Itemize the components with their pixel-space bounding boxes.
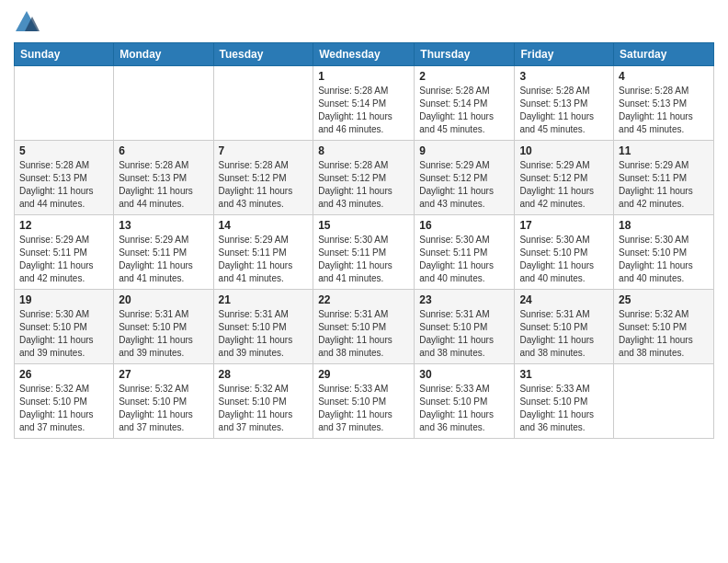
day-info: Sunrise: 5:31 AM Sunset: 5:10 PM Dayligh… [519,308,609,360]
day-number: 2 [419,70,509,83]
day-number: 10 [519,144,609,157]
day-number: 31 [519,368,609,381]
calendar-cell: 7Sunrise: 5:28 AM Sunset: 5:12 PM Daylig… [213,141,313,215]
day-number: 20 [119,293,208,306]
day-number: 7 [219,144,309,157]
day-number: 26 [19,368,108,381]
day-info: Sunrise: 5:29 AM Sunset: 5:12 PM Dayligh… [419,159,509,211]
day-number: 8 [318,144,409,157]
day-number: 6 [119,144,208,157]
calendar-cell: 2Sunrise: 5:28 AM Sunset: 5:14 PM Daylig… [415,66,515,141]
day-info: Sunrise: 5:28 AM Sunset: 5:14 PM Dayligh… [318,85,409,136]
day-header-wednesday: Wednesday [313,43,415,66]
day-number: 25 [619,293,709,306]
calendar-cell: 27Sunrise: 5:32 AM Sunset: 5:10 PM Dayli… [114,364,213,439]
day-info: Sunrise: 5:30 AM Sunset: 5:11 PM Dayligh… [419,234,509,285]
day-header-monday: Monday [114,43,213,66]
calendar-cell [614,364,714,439]
day-number: 11 [619,144,709,157]
day-info: Sunrise: 5:31 AM Sunset: 5:10 PM Dayligh… [318,308,409,360]
calendar-cell: 18Sunrise: 5:30 AM Sunset: 5:10 PM Dayli… [614,215,714,290]
day-number: 24 [519,293,609,306]
calendar-cell: 11Sunrise: 5:29 AM Sunset: 5:11 PM Dayli… [614,141,714,215]
calendar-cell [15,66,114,141]
calendar-cell: 16Sunrise: 5:30 AM Sunset: 5:11 PM Dayli… [415,215,515,290]
day-info: Sunrise: 5:32 AM Sunset: 5:10 PM Dayligh… [219,383,309,434]
day-info: Sunrise: 5:31 AM Sunset: 5:10 PM Dayligh… [119,308,208,360]
day-number: 5 [19,144,108,157]
calendar-cell: 5Sunrise: 5:28 AM Sunset: 5:13 PM Daylig… [15,141,114,215]
day-info: Sunrise: 5:28 AM Sunset: 5:13 PM Dayligh… [519,85,609,136]
day-info: Sunrise: 5:30 AM Sunset: 5:11 PM Dayligh… [318,234,409,285]
day-header-tuesday: Tuesday [213,43,313,66]
calendar-cell: 10Sunrise: 5:29 AM Sunset: 5:12 PM Dayli… [515,141,614,215]
calendar-cell: 23Sunrise: 5:31 AM Sunset: 5:10 PM Dayli… [415,290,515,364]
day-info: Sunrise: 5:32 AM Sunset: 5:10 PM Dayligh… [119,383,208,434]
calendar-cell: 14Sunrise: 5:29 AM Sunset: 5:11 PM Dayli… [213,215,313,290]
header-row: SundayMondayTuesdayWednesdayThursdayFrid… [15,43,714,66]
day-info: Sunrise: 5:30 AM Sunset: 5:10 PM Dayligh… [619,234,709,285]
logo-icon [14,9,40,35]
day-info: Sunrise: 5:29 AM Sunset: 5:11 PM Dayligh… [619,159,709,211]
day-info: Sunrise: 5:28 AM Sunset: 5:12 PM Dayligh… [219,159,309,211]
calendar-cell: 13Sunrise: 5:29 AM Sunset: 5:11 PM Dayli… [114,215,213,290]
day-number: 30 [419,368,509,381]
day-number: 23 [419,293,509,306]
day-info: Sunrise: 5:30 AM Sunset: 5:10 PM Dayligh… [19,308,108,360]
calendar-cell: 12Sunrise: 5:29 AM Sunset: 5:11 PM Dayli… [15,215,114,290]
day-header-sunday: Sunday [15,43,114,66]
calendar-cell: 19Sunrise: 5:30 AM Sunset: 5:10 PM Dayli… [15,290,114,364]
day-info: Sunrise: 5:31 AM Sunset: 5:10 PM Dayligh… [419,308,509,360]
day-info: Sunrise: 5:30 AM Sunset: 5:10 PM Dayligh… [519,234,609,285]
day-info: Sunrise: 5:32 AM Sunset: 5:10 PM Dayligh… [619,308,709,360]
day-number: 17 [519,219,609,232]
day-info: Sunrise: 5:31 AM Sunset: 5:10 PM Dayligh… [219,308,309,360]
calendar-cell: 21Sunrise: 5:31 AM Sunset: 5:10 PM Dayli… [213,290,313,364]
calendar-cell: 22Sunrise: 5:31 AM Sunset: 5:10 PM Dayli… [313,290,415,364]
calendar-cell: 31Sunrise: 5:33 AM Sunset: 5:10 PM Dayli… [515,364,614,439]
day-header-saturday: Saturday [614,43,714,66]
day-number: 18 [619,219,709,232]
day-number: 15 [318,219,409,232]
day-number: 13 [119,219,208,232]
calendar-cell [114,66,213,141]
day-number: 14 [219,219,309,232]
day-info: Sunrise: 5:28 AM Sunset: 5:14 PM Dayligh… [419,85,509,136]
calendar-page: SundayMondayTuesdayWednesdayThursdayFrid… [0,0,728,563]
calendar-cell: 24Sunrise: 5:31 AM Sunset: 5:10 PM Dayli… [515,290,614,364]
calendar-cell: 3Sunrise: 5:28 AM Sunset: 5:13 PM Daylig… [515,66,614,141]
day-number: 1 [318,70,409,83]
day-info: Sunrise: 5:29 AM Sunset: 5:11 PM Dayligh… [219,234,309,285]
day-number: 12 [19,219,108,232]
day-header-thursday: Thursday [415,43,515,66]
day-info: Sunrise: 5:33 AM Sunset: 5:10 PM Dayligh… [519,383,609,434]
day-number: 4 [619,70,709,83]
day-info: Sunrise: 5:28 AM Sunset: 5:13 PM Dayligh… [119,159,208,211]
week-row-5: 26Sunrise: 5:32 AM Sunset: 5:10 PM Dayli… [15,364,714,439]
day-number: 29 [318,368,409,381]
week-row-1: 1Sunrise: 5:28 AM Sunset: 5:14 PM Daylig… [15,66,714,141]
calendar-cell [213,66,313,141]
day-info: Sunrise: 5:28 AM Sunset: 5:13 PM Dayligh… [19,159,108,211]
day-number: 21 [219,293,309,306]
week-row-3: 12Sunrise: 5:29 AM Sunset: 5:11 PM Dayli… [15,215,714,290]
week-row-2: 5Sunrise: 5:28 AM Sunset: 5:13 PM Daylig… [15,141,714,215]
calendar-cell: 4Sunrise: 5:28 AM Sunset: 5:13 PM Daylig… [614,66,714,141]
day-number: 9 [419,144,509,157]
calendar-cell: 9Sunrise: 5:29 AM Sunset: 5:12 PM Daylig… [415,141,515,215]
calendar-cell: 29Sunrise: 5:33 AM Sunset: 5:10 PM Dayli… [313,364,415,439]
day-number: 3 [519,70,609,83]
day-number: 19 [19,293,108,306]
day-info: Sunrise: 5:33 AM Sunset: 5:10 PM Dayligh… [318,383,409,434]
calendar-cell: 28Sunrise: 5:32 AM Sunset: 5:10 PM Dayli… [213,364,313,439]
day-info: Sunrise: 5:28 AM Sunset: 5:13 PM Dayligh… [619,85,709,136]
day-info: Sunrise: 5:32 AM Sunset: 5:10 PM Dayligh… [19,383,108,434]
calendar-cell: 8Sunrise: 5:28 AM Sunset: 5:12 PM Daylig… [313,141,415,215]
day-info: Sunrise: 5:29 AM Sunset: 5:11 PM Dayligh… [19,234,108,285]
calendar-cell: 17Sunrise: 5:30 AM Sunset: 5:10 PM Dayli… [515,215,614,290]
calendar-cell: 20Sunrise: 5:31 AM Sunset: 5:10 PM Dayli… [114,290,213,364]
calendar-cell: 1Sunrise: 5:28 AM Sunset: 5:14 PM Daylig… [313,66,415,141]
calendar-table: SundayMondayTuesdayWednesdayThursdayFrid… [14,42,714,439]
day-number: 16 [419,219,509,232]
calendar-cell: 25Sunrise: 5:32 AM Sunset: 5:10 PM Dayli… [614,290,714,364]
